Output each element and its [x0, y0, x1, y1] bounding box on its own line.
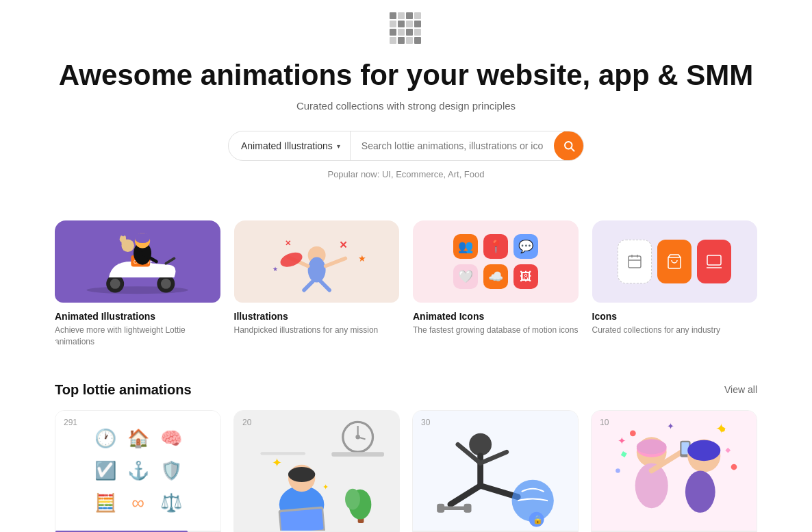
icon-box-bag [657, 240, 692, 283]
healthy-illustration: 🔒 [413, 411, 578, 531]
view-all-link[interactable]: View all [724, 384, 757, 395]
svg-point-4 [110, 279, 120, 289]
cat-card-title-2: Animated Icons [413, 311, 579, 322]
cat-card-animated-illustrations[interactable]: Creative [55, 220, 220, 348]
svg-point-45 [288, 467, 315, 482]
chevron-down-icon: ▾ [337, 142, 340, 150]
cat-card-illustrations[interactable]: ✕ ✕ ★ ★ Illustrations Handpicked illustr… [234, 220, 400, 348]
svg-point-76 [685, 470, 715, 512]
svg-line-60 [481, 485, 518, 496]
cat-card-image-animated-illustrations: Creative [55, 220, 220, 303]
svg-text:★: ★ [358, 253, 366, 264]
lottie-thumb-healthy: 30 [413, 411, 578, 531]
search-container: Animated Illustrations ▾ [228, 131, 584, 161]
delivery-illustration: Creative [67, 227, 207, 296]
svg-line-59 [451, 485, 481, 504]
cat-card-desc-3: Curated collections for any industry [592, 325, 758, 336]
section-header: Top lottie animations View all [55, 382, 757, 398]
svg-text:✦: ✦ [667, 421, 674, 431]
svg-point-20 [307, 257, 325, 283]
popular-now: Popular now: UI, Ecommerce, Art, Food [55, 169, 757, 179]
cat-card-title-0: Animated Illustrations [55, 311, 220, 322]
svg-text:🔒: 🔒 [533, 514, 544, 524]
cat-card-title-1: Illustrations [234, 311, 400, 322]
lottie-card-special-day[interactable]: 10 [591, 410, 757, 532]
hero-title: Awesome animations for your website, app… [55, 59, 757, 92]
icon-box-laptop [697, 240, 731, 283]
ui-icon-scale: ⚖️ [160, 492, 182, 514]
svg-rect-42 [260, 452, 305, 455]
remote-work-illustration: ✦ ✦ [234, 411, 399, 531]
search-bar: Animated Illustrations ▾ [55, 131, 757, 161]
svg-point-16 [120, 236, 123, 240]
search-input[interactable] [351, 140, 554, 151]
illustrations-image: ✕ ✕ ★ ★ [246, 227, 387, 296]
svg-point-17 [123, 236, 126, 240]
svg-rect-30 [629, 256, 641, 268]
logo-icon [390, 12, 422, 45]
lottie-cards: 291 🕐 🏠 🧠 ☑️ ⚓ 🛡️ 🧮 ∞ ⚖️ [55, 410, 757, 532]
ui-icon-shield: 🛡️ [160, 460, 182, 481]
svg-line-23 [304, 281, 313, 290]
ui-icon-brain: 🧠 [160, 428, 182, 449]
svg-rect-79 [621, 451, 627, 457]
category-dropdown[interactable]: Animated Illustrations ▾ [229, 131, 351, 160]
icon-cell-location: 📍 [483, 234, 508, 259]
svg-text:✦: ✦ [715, 421, 727, 436]
svg-point-25 [278, 250, 304, 270]
ui-icons-grid: 🕐 🏠 🧠 ☑️ ⚓ 🛡️ 🧮 ∞ ⚖️ [81, 414, 196, 527]
cat-card-image-animated-icons: 👥 📍 💬 🤍 ☁️ 🖼 [413, 220, 579, 303]
svg-rect-80 [725, 448, 731, 453]
logo-area [55, 0, 757, 52]
special-day-illustration: ✦ ✦ ✦ [592, 411, 757, 531]
svg-point-77 [630, 430, 636, 436]
icon-box-calendar [618, 240, 652, 283]
animated-icons-grid: 👥 📍 💬 🤍 ☁️ 🖼 [445, 226, 546, 297]
svg-line-1 [571, 149, 574, 151]
top-lottie-section: Top lottie animations View all 291 🕐 🏠 🧠… [55, 382, 757, 532]
cat-card-image-illustrations: ✕ ✕ ★ ★ [234, 220, 400, 303]
category-label: Animated Illustrations [241, 140, 333, 151]
lottie-card-ui-system[interactable]: 291 🕐 🏠 🧠 ☑️ ⚓ 🛡️ 🧮 ∞ ⚖️ [55, 410, 221, 532]
hero-section: Awesome animations for your website, app… [55, 52, 757, 220]
svg-point-75 [687, 440, 720, 461]
lottie-card-remote-work[interactable]: 20 [233, 410, 400, 532]
svg-point-52 [345, 489, 360, 510]
icon-cell-photo: 🖼 [513, 264, 538, 289]
category-cards: Creative [55, 220, 757, 348]
lottie-count-3: 10 [600, 418, 609, 427]
lottie-thumb-remote-work: 20 [234, 411, 399, 531]
svg-rect-63 [437, 504, 444, 513]
cat-card-image-icons [592, 220, 758, 303]
cat-card-desc-0: Achieve more with lightweight Lottie ani… [55, 325, 220, 348]
svg-text:★: ★ [272, 266, 277, 273]
lottie-count-1: 20 [242, 418, 251, 427]
lottie-thumb-ui-system: 291 🕐 🏠 🧠 ☑️ ⚓ 🛡️ 🧮 ∞ ⚖️ [55, 411, 220, 531]
cat-card-animated-icons[interactable]: 👥 📍 💬 🤍 ☁️ 🖼 Animated Icons The fastest … [413, 220, 579, 348]
ui-icon-infinity: ∞ [127, 492, 149, 514]
hero-subtitle: Curated collections with strong design p… [55, 100, 757, 112]
svg-point-55 [469, 433, 492, 456]
svg-point-81 [616, 468, 620, 473]
icons-row [609, 231, 739, 292]
cat-card-desc-1: Handpicked illustrations for any mission [234, 325, 400, 336]
svg-rect-64 [464, 504, 472, 513]
svg-text:✕: ✕ [285, 239, 291, 247]
search-icon [563, 140, 575, 152]
icon-cell-users: 👥 [453, 234, 478, 259]
svg-text:✦: ✦ [322, 483, 329, 491]
search-button[interactable] [554, 131, 584, 161]
svg-line-18 [166, 259, 174, 264]
cat-card-icons[interactable]: Icons Curated collections for any indust… [592, 220, 758, 348]
svg-rect-35 [707, 255, 721, 265]
ui-icon-home: 🏠 [127, 428, 149, 449]
icon-cell-heart: 🤍 [453, 264, 478, 289]
svg-text:✦: ✦ [272, 456, 282, 470]
svg-line-22 [325, 259, 345, 266]
svg-point-6 [161, 279, 171, 289]
svg-point-11 [135, 233, 150, 244]
lottie-count-2: 30 [421, 418, 430, 427]
ui-icon-anchor: ⚓ [127, 460, 149, 481]
lottie-card-healthy[interactable]: 30 [412, 410, 579, 532]
svg-point-82 [731, 464, 737, 470]
